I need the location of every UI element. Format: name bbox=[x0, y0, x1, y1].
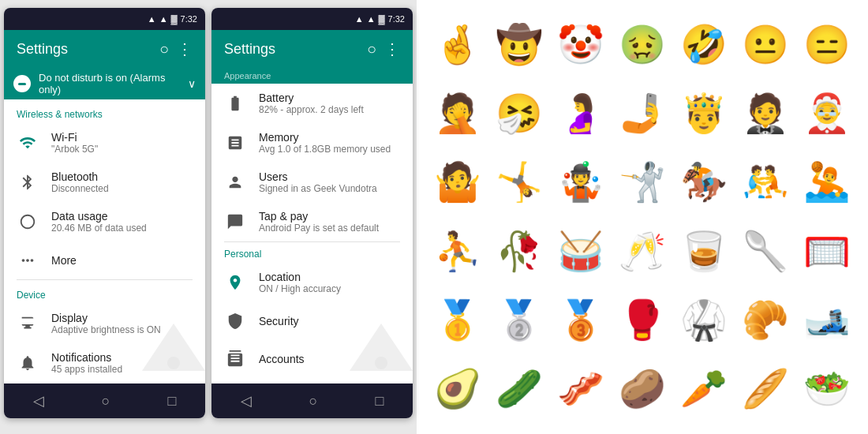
accounts-icon bbox=[224, 348, 246, 370]
home-icon-1[interactable]: ○ bbox=[102, 393, 110, 410]
emoji-cartwheel: 🤸 bbox=[490, 153, 548, 211]
more-title: More bbox=[51, 254, 193, 267]
dnd-banner[interactable]: Do not disturb is on (Alarms only) ∨ bbox=[4, 68, 205, 99]
time-1: 7:32 bbox=[181, 14, 197, 24]
status-icons-2: ▲ ▲ ▓ 7:32 bbox=[355, 14, 405, 24]
data-usage-text: Data usage 20.46 MB of data used bbox=[51, 210, 193, 234]
display-title: Display bbox=[51, 312, 193, 324]
notifications-item[interactable]: Notifications 45 apps installed bbox=[4, 343, 205, 383]
data-usage-item[interactable]: Data usage 20.46 MB of data used bbox=[4, 202, 205, 241]
scrolled-header: Appearance bbox=[211, 68, 413, 84]
notifications-subtitle: 45 apps installed bbox=[51, 364, 193, 375]
more-item[interactable]: More bbox=[4, 241, 205, 279]
emoji-prince: 🤴 bbox=[675, 84, 733, 143]
signal-icon-1: ▲ bbox=[148, 14, 156, 24]
emoji-juggling: 🤹 bbox=[552, 153, 610, 211]
notifications-text: Notifications 45 apps installed bbox=[51, 351, 193, 375]
nav-bar-1: ◁ ○ □ bbox=[4, 383, 205, 418]
emoji-cucumber: 🥒 bbox=[490, 360, 548, 418]
battery-icon-2: ▓ bbox=[379, 14, 385, 24]
battery-settings-icon bbox=[224, 92, 246, 114]
tap-pay-item[interactable]: Tap & pay Android Pay is set as default bbox=[211, 202, 413, 241]
back-icon-1[interactable]: ◁ bbox=[33, 392, 44, 410]
app-title-1: Settings bbox=[17, 41, 152, 58]
emoji-facepalm: 🤦 bbox=[428, 84, 487, 143]
location-subtitle: ON / High accuracy bbox=[259, 283, 400, 294]
security-item[interactable]: Security bbox=[211, 302, 413, 340]
display-icon bbox=[17, 312, 39, 335]
accounts-item[interactable]: Accounts bbox=[211, 340, 413, 378]
emoji-spoon: 🥄 bbox=[736, 223, 795, 281]
emoji-rofl: 🤣 bbox=[675, 16, 733, 74]
bluetooth-icon bbox=[17, 171, 39, 193]
back-icon-2[interactable]: ◁ bbox=[241, 392, 252, 410]
security-icon bbox=[224, 310, 246, 332]
emoji-crossed-fingers: 🤞 bbox=[428, 16, 487, 74]
tap-pay-text: Tap & pay Android Pay is set as default bbox=[259, 210, 400, 234]
security-title: Security bbox=[259, 315, 400, 327]
security-text: Security bbox=[259, 315, 400, 327]
bluetooth-item[interactable]: Bluetooth Disconnected bbox=[4, 163, 205, 202]
location-text: Location ON / High accuracy bbox=[259, 271, 400, 294]
data-usage-subtitle: 20.46 MB of data used bbox=[51, 223, 193, 234]
wifi-status-icon: ▲ bbox=[159, 14, 168, 24]
tap-pay-subtitle: Android Pay is set as default bbox=[259, 223, 400, 234]
more-dots-icon bbox=[17, 249, 39, 271]
recents-icon-2[interactable]: □ bbox=[376, 393, 384, 410]
accounts-text: Accounts bbox=[259, 353, 400, 365]
wifi-status-icon-2: ▲ bbox=[367, 14, 376, 24]
status-bar-2: ▲ ▲ ▓ 7:32 bbox=[211, 8, 413, 30]
emoji-basketball: ⛹ bbox=[428, 223, 487, 281]
location-item[interactable]: Location ON / High accuracy bbox=[211, 263, 413, 302]
emoji-rifle: 🎿 bbox=[798, 291, 856, 350]
data-usage-title: Data usage bbox=[51, 210, 193, 223]
users-item[interactable]: Users Signed in as Geek Vundotra bbox=[211, 163, 413, 202]
emoji-potato: 🥔 bbox=[613, 360, 672, 418]
wifi-title: Wi-Fi bbox=[51, 131, 193, 144]
emoji-champagne: 🥂 bbox=[613, 223, 672, 281]
emoji-shrug: 🤷 bbox=[428, 153, 487, 211]
emoji-croissant: 🥐 bbox=[736, 291, 795, 350]
location-icon bbox=[224, 271, 246, 294]
search-icon-1[interactable]: ○ bbox=[159, 40, 169, 58]
accounts-title: Accounts bbox=[259, 353, 400, 365]
notifications-icon bbox=[17, 352, 39, 374]
memory-item[interactable]: Memory Avg 1.0 of 1.8GB memory used bbox=[211, 123, 413, 163]
wifi-item[interactable]: Wi-Fi "Arbok 5G" bbox=[4, 123, 205, 163]
emoji-clown: 🤡 bbox=[552, 16, 610, 74]
status-bar-1: ▲ ▲ ▓ 7:32 bbox=[4, 8, 205, 30]
data-usage-icon bbox=[17, 211, 39, 233]
emoji-neutral: 😐 bbox=[736, 16, 795, 74]
dnd-icon bbox=[13, 75, 31, 92]
scrolled-header-text: Appearance bbox=[224, 71, 271, 80]
more-icon-2[interactable]: ⋮ bbox=[384, 39, 400, 58]
dnd-text: Do not disturb is on (Alarms only) bbox=[39, 72, 180, 95]
emoji-grid: 🤞 🤠 🤡 🤢 🤣 😐 😑 🤦 🤧 🤰 🤳 🤴 🤵 🤶 🤷 🤸 🤹 🤺 🏇 🤼 … bbox=[417, 0, 868, 434]
bluetooth-title: Bluetooth bbox=[51, 170, 193, 183]
more-text: More bbox=[51, 254, 193, 267]
users-icon bbox=[224, 171, 246, 193]
emoji-drum: 🥁 bbox=[552, 223, 610, 281]
recents-icon-1[interactable]: □ bbox=[168, 393, 177, 410]
emoji-fencing: 🤺 bbox=[613, 153, 672, 211]
users-text: Users Signed in as Geek Vundotra bbox=[259, 170, 400, 194]
emoji-avocado: 🥑 bbox=[428, 360, 487, 418]
battery-icon-1: ▓ bbox=[171, 14, 178, 24]
emoji-wrestling: 🤼 bbox=[736, 153, 795, 211]
emoji-wilted-flower: 🥀 bbox=[490, 223, 548, 281]
emoji-mrs-claus: 🤶 bbox=[798, 84, 856, 143]
emoji-cowboy: 🤠 bbox=[490, 16, 548, 74]
wifi-text: Wi-Fi "Arbok 5G" bbox=[51, 131, 193, 155]
status-icons-1: ▲ ▲ ▓ 7:32 bbox=[148, 14, 197, 24]
app-title-2: Settings bbox=[224, 41, 359, 58]
more-icon-1[interactable]: ⋮ bbox=[177, 39, 193, 58]
time-2: 7:32 bbox=[388, 14, 405, 24]
emoji-horse-racing: 🏇 bbox=[675, 153, 733, 211]
battery-item[interactable]: Battery 82% - approx. 2 days left bbox=[211, 84, 413, 123]
emoji-pregnant: 🤰 bbox=[552, 84, 610, 143]
search-icon-2[interactable]: ○ bbox=[367, 40, 376, 58]
signal-icon-2: ▲ bbox=[355, 14, 364, 24]
display-item[interactable]: Display Adaptive brightness is ON bbox=[4, 304, 205, 343]
memory-title: Memory bbox=[259, 131, 400, 144]
home-icon-2[interactable]: ○ bbox=[309, 393, 318, 410]
